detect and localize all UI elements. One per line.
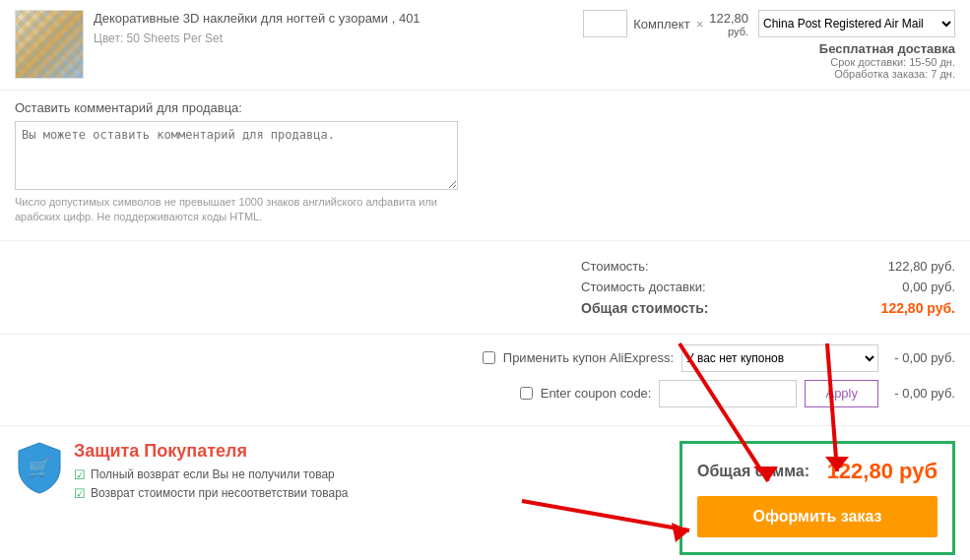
product-info: Декоративные 3D наклейки для ногтей с уз… bbox=[84, 10, 573, 45]
protection-text-2: Возврат стоимости при несоответствии тов… bbox=[91, 486, 349, 500]
coupon-code-input[interactable] bbox=[659, 380, 797, 407]
product-row: Декоративные 3D наклейки для ногтей с уз… bbox=[0, 0, 970, 91]
comment-textarea[interactable] bbox=[15, 121, 458, 190]
enter-coupon-label: Enter coupon code: bbox=[541, 386, 652, 401]
shipping-free-label: Бесплатная доставка bbox=[758, 41, 955, 56]
aliexpress-coupon-discount: - 0,00 руб. bbox=[886, 350, 955, 365]
order-summary-box: Общая сумма: 122,80 руб Оформить заказ bbox=[679, 441, 955, 555]
shipping-method-select[interactable]: China Post Registered Air MailChina Post… bbox=[758, 10, 955, 37]
shipping-delivery: Срок доставки: 15-50 дн. bbox=[758, 56, 955, 68]
shipping-info: Бесплатная доставка Срок доставки: 15-50… bbox=[758, 41, 955, 80]
svg-text:🛒: 🛒 bbox=[29, 457, 51, 478]
aliexpress-coupon-checkbox[interactable] bbox=[483, 351, 495, 364]
product-image bbox=[15, 10, 84, 79]
aliexpress-coupon-select[interactable]: У вас нет купонов bbox=[681, 344, 878, 372]
enter-coupon-discount: - 0,00 руб. bbox=[886, 386, 955, 401]
aliexpress-coupon-label: Применить купон AliExpress: bbox=[503, 350, 674, 365]
shipping-select-area: China Post Registered Air MailChina Post… bbox=[758, 10, 955, 80]
page: Декоративные 3D наклейки для ногтей с уз… bbox=[0, 0, 970, 560]
protection-item-2: ☑ Возврат стоимости при несоответствии т… bbox=[74, 486, 349, 501]
delivery-label: Срок доставки: bbox=[830, 56, 906, 68]
total-label: Общая стоимость: bbox=[581, 300, 708, 316]
color-label: Цвет: bbox=[94, 31, 123, 45]
comment-hint: Число допустимых символов не превышает 1… bbox=[15, 195, 458, 225]
shipping-cost-row: Стоимость доставки: 0,00 руб. bbox=[581, 277, 955, 297]
buyer-protection: 🛒 Защита Покупателя ☑ Полный возврат есл… bbox=[15, 441, 665, 555]
apply-button[interactable]: Apply bbox=[805, 380, 878, 407]
color-value: 50 Sheets Per Set bbox=[127, 31, 223, 45]
processing-time: 7 дн. bbox=[931, 68, 955, 80]
comment-section: Оставить комментарий для продавца: Число… bbox=[0, 91, 970, 241]
delivery-time: 15-50 дн. bbox=[909, 56, 955, 68]
order-total-value: 122,80 руб bbox=[827, 459, 938, 484]
order-total-label: Общая сумма: bbox=[697, 463, 809, 480]
unit-label: Комплект bbox=[633, 17, 689, 31]
cost-label: Стоимость: bbox=[581, 259, 649, 274]
checkmark-icon-2: ☑ bbox=[74, 486, 86, 501]
product-qty-price: 1 Комплект × 122,80 руб. bbox=[573, 10, 758, 37]
bottom-section: 🛒 Защита Покупателя ☑ Полный возврат есл… bbox=[0, 426, 970, 560]
protection-text: Защита Покупателя ☑ Полный возврат если … bbox=[74, 441, 349, 505]
order-total-row: Общая сумма: 122,80 руб bbox=[697, 459, 938, 484]
price-value: 122,80 bbox=[709, 11, 748, 26]
quantity-input[interactable]: 1 bbox=[583, 10, 627, 37]
aliexpress-coupon-row: Применить купон AliExpress: У вас нет ку… bbox=[15, 344, 955, 372]
place-order-button[interactable]: Оформить заказ bbox=[697, 496, 938, 537]
enter-coupon-row: Enter coupon code: Apply - 0,00 руб. bbox=[15, 380, 955, 407]
shipping-cost-value: 0,00 руб. bbox=[902, 280, 955, 294]
multiply-sign: × bbox=[696, 17, 704, 31]
processing-label: Обработка заказа: bbox=[834, 68, 928, 80]
checkmark-icon-1: ☑ bbox=[74, 467, 86, 482]
totals-table: Стоимость: 122,80 руб. Стоимость доставк… bbox=[581, 256, 955, 319]
product-title: Декоративные 3D наклейки для ногтей с уз… bbox=[94, 10, 563, 28]
shipping-processing: Обработка заказа: 7 дн. bbox=[758, 68, 955, 80]
product-color: Цвет: 50 Sheets Per Set bbox=[94, 31, 563, 45]
totals-section: Стоимость: 122,80 руб. Стоимость доставк… bbox=[0, 241, 970, 335]
cost-value: 122,80 руб. bbox=[888, 259, 955, 274]
price-block: 122,80 руб. bbox=[709, 11, 748, 37]
protection-title: Защита Покупателя bbox=[74, 441, 349, 462]
enter-coupon-checkbox[interactable] bbox=[520, 387, 533, 400]
total-row: Общая стоимость: 122,80 руб. bbox=[581, 297, 955, 319]
comment-label: Оставить комментарий для продавца: bbox=[15, 100, 955, 115]
price-currency: руб. bbox=[709, 26, 748, 37]
cost-row: Стоимость: 122,80 руб. bbox=[581, 256, 955, 277]
total-value: 122,80 руб. bbox=[881, 300, 955, 316]
shield-icon: 🛒 bbox=[15, 441, 64, 495]
coupon-section: Применить купон AliExpress: У вас нет ку… bbox=[0, 335, 970, 426]
protection-item-1: ☑ Полный возврат если Вы не получили тов… bbox=[74, 467, 349, 482]
shipping-cost-label: Стоимость доставки: bbox=[581, 280, 706, 294]
protection-text-1: Полный возврат если Вы не получили товар bbox=[91, 467, 335, 481]
